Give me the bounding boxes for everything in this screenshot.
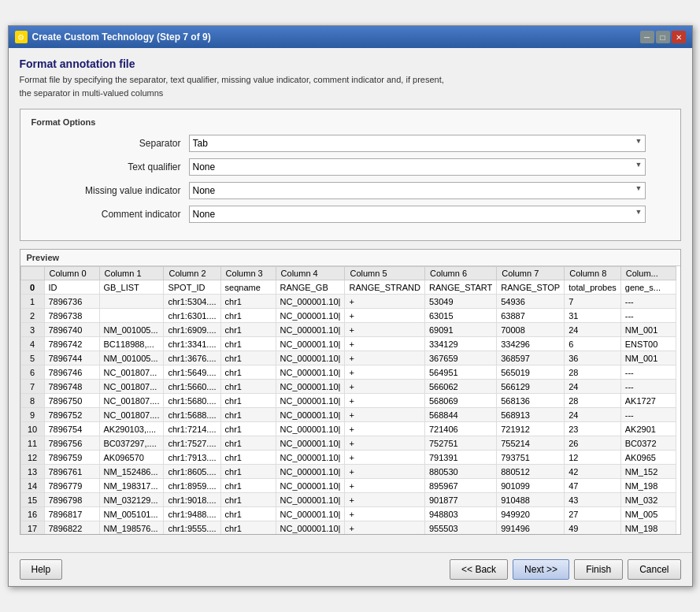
table-cell: chr1 bbox=[220, 479, 276, 493]
comment-indicator-select[interactable]: None # // ! bbox=[189, 206, 646, 223]
table-cell: 721406 bbox=[424, 422, 496, 436]
table-cell: 566129 bbox=[497, 380, 565, 394]
table-cell: 7 bbox=[20, 380, 44, 394]
comment-indicator-select-wrapper[interactable]: None # // ! bbox=[189, 206, 646, 223]
text-qualifier-select-wrapper[interactable]: None Double quote " Single quote ' bbox=[189, 158, 646, 176]
table-cell: chr1:5660.... bbox=[164, 380, 220, 394]
help-button[interactable]: Help bbox=[20, 559, 63, 580]
table-cell: 5 bbox=[20, 351, 44, 365]
table-cell: 880512 bbox=[497, 465, 565, 479]
table-row: 167896817NM_005101...chr1:9488....chr1NC… bbox=[20, 507, 676, 521]
table-cell: 26 bbox=[565, 436, 621, 451]
table-cell: 7896746 bbox=[44, 365, 99, 380]
table-cell: + bbox=[345, 422, 424, 436]
table-cell: 7896756 bbox=[44, 436, 99, 451]
table-cell: AK2901 bbox=[620, 422, 676, 436]
table-cell: + bbox=[345, 465, 424, 479]
table-cell: 28 bbox=[565, 365, 621, 380]
table-cell: 955503 bbox=[424, 521, 496, 535]
table-cell: NC_000001.10| bbox=[276, 422, 345, 436]
table-cell: 7896742 bbox=[44, 337, 99, 351]
table-cell: + bbox=[345, 507, 424, 521]
table-cell: BC0372 bbox=[620, 436, 676, 451]
preview-table-container[interactable]: Column 0 Column 1 Column 2 Column 3 Colu… bbox=[20, 266, 680, 534]
col-header-1: Column 1 bbox=[99, 267, 164, 280]
preview-box: Preview Column 0 Column 1 Column 2 Colum… bbox=[20, 249, 681, 535]
table-cell: NC_000001.10| bbox=[276, 408, 345, 422]
table-cell: 47 bbox=[565, 479, 621, 493]
table-cell: 36 bbox=[565, 351, 621, 365]
table-cell: 568913 bbox=[497, 408, 565, 422]
separator-select-wrapper[interactable]: Tab Comma Semicolon Space Other bbox=[189, 135, 646, 152]
table-cell: 334296 bbox=[497, 337, 565, 351]
table-cell: chr1:7913.... bbox=[164, 451, 220, 465]
table-cell: NC_000001.10| bbox=[276, 436, 345, 451]
table-cell: chr1 bbox=[220, 295, 276, 309]
table-cell: 949920 bbox=[497, 507, 565, 521]
text-qualifier-row: Text qualifier None Double quote " Singl… bbox=[31, 158, 669, 176]
table-cell: chr1:5688.... bbox=[164, 408, 220, 422]
table-cell: 63887 bbox=[497, 309, 565, 323]
table-cell: NM_005 bbox=[620, 507, 676, 521]
table-cell: 367659 bbox=[424, 351, 496, 365]
table-row: 107896754AK290103,....chr1:7214....chr1N… bbox=[20, 422, 676, 436]
table-row: 137896761NM_152486...chr1:8605....chr1NC… bbox=[20, 465, 676, 479]
table-cell: 15 bbox=[20, 493, 44, 507]
table-cell: 7896740 bbox=[44, 323, 99, 337]
table-cell: 24 bbox=[565, 408, 621, 422]
column-header-row: Column 0 Column 1 Column 2 Column 3 Colu… bbox=[20, 267, 676, 280]
table-cell: 568136 bbox=[497, 394, 565, 408]
table-cell: 7896748 bbox=[44, 380, 99, 394]
table-row: 77896748NC_001807...chr1:5660....chr1NC_… bbox=[20, 380, 676, 394]
table-cell: 566062 bbox=[424, 380, 496, 394]
table-cell: chr1:9555.... bbox=[164, 521, 220, 535]
missing-value-select-wrapper[interactable]: None NA N/A . --- bbox=[189, 182, 646, 199]
table-cell: NM_198 bbox=[620, 479, 676, 493]
table-cell: 70008 bbox=[497, 323, 565, 337]
table-cell: total_probes bbox=[565, 280, 621, 295]
table-cell: 880530 bbox=[424, 465, 496, 479]
table-cell: 4 bbox=[20, 337, 44, 351]
missing-value-select[interactable]: None NA N/A . --- bbox=[189, 182, 646, 199]
table-cell: NC_000001.10| bbox=[276, 351, 345, 365]
table-cell: NC_000001.10| bbox=[276, 451, 345, 465]
table-cell: 14 bbox=[20, 479, 44, 493]
table-cell: AK096570 bbox=[99, 451, 164, 465]
table-row: 0IDGB_LISTSPOT_IDseqnameRANGE_GBRANGE_ST… bbox=[20, 280, 676, 295]
col-header-4: Column 4 bbox=[276, 267, 345, 280]
table-cell: AK1727 bbox=[620, 394, 676, 408]
close-button[interactable]: ✕ bbox=[672, 31, 686, 43]
window-icon: ⚙ bbox=[15, 31, 28, 43]
col-header-5: Column 5 bbox=[345, 267, 424, 280]
window-title: Create Custom Technology (Step 7 of 9) bbox=[32, 32, 211, 43]
table-row: 177896822NM_198576...chr1:9555....chr1NC… bbox=[20, 521, 676, 535]
back-button[interactable]: << Back bbox=[450, 559, 508, 580]
maximize-button[interactable]: □ bbox=[656, 31, 670, 43]
finish-button[interactable]: Finish bbox=[574, 559, 623, 580]
table-cell bbox=[99, 309, 164, 323]
minimize-button[interactable]: ─ bbox=[640, 31, 654, 43]
table-cell: NM_032129... bbox=[99, 493, 164, 507]
text-qualifier-select[interactable]: None Double quote " Single quote ' bbox=[189, 158, 646, 176]
table-row: 117896756BC037297,....chr1:7527....chr1N… bbox=[20, 436, 676, 451]
table-cell: NC_000001.10| bbox=[276, 295, 345, 309]
table-cell: 7896759 bbox=[44, 451, 99, 465]
table-cell: chr1:5649.... bbox=[164, 365, 220, 380]
table-cell: 43 bbox=[565, 493, 621, 507]
separator-select[interactable]: Tab Comma Semicolon Space Other bbox=[189, 135, 646, 152]
missing-value-label: Missing value indicator bbox=[31, 185, 189, 196]
table-cell: 721912 bbox=[497, 422, 565, 436]
next-button[interactable]: Next >> bbox=[513, 559, 569, 580]
separator-label: Separator bbox=[31, 138, 189, 149]
table-cell: 12 bbox=[565, 451, 621, 465]
table-cell: chr1:9488.... bbox=[164, 507, 220, 521]
table-cell: 895967 bbox=[424, 479, 496, 493]
table-row: 57896744NM_001005...chr1:3676....chr1NC_… bbox=[20, 351, 676, 365]
table-cell: 7896750 bbox=[44, 394, 99, 408]
table-cell: 28 bbox=[565, 394, 621, 408]
table-row: 67896746NC_001807...chr1:5649....chr1NC_… bbox=[20, 365, 676, 380]
cancel-button[interactable]: Cancel bbox=[628, 559, 680, 580]
table-cell: 3 bbox=[20, 323, 44, 337]
table-cell: 49 bbox=[565, 521, 621, 535]
table-cell: NC_000001.10| bbox=[276, 479, 345, 493]
